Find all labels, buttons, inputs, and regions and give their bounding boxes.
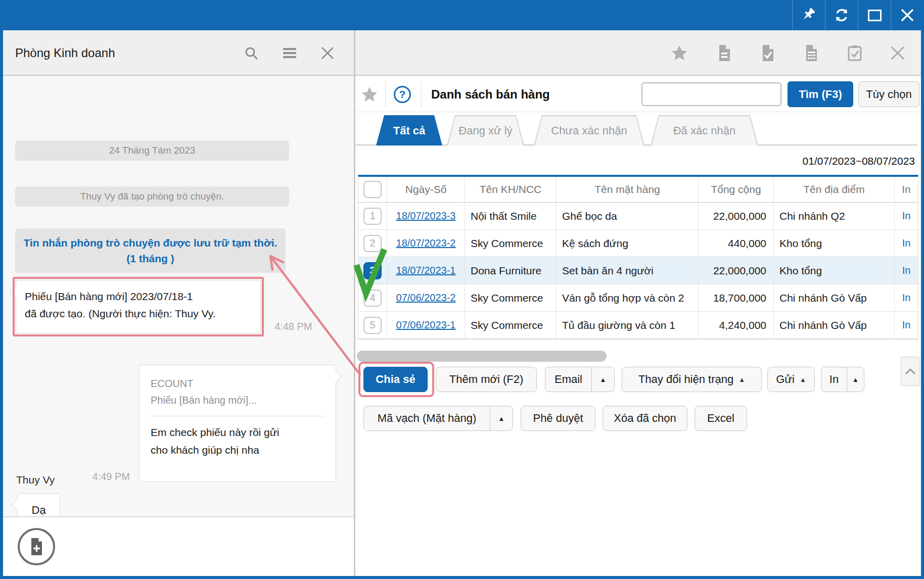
- cell-total: 440,000: [699, 230, 774, 257]
- close-form-icon[interactable]: [889, 44, 907, 62]
- barcode-dropdown-caret[interactable]: ▲: [490, 415, 513, 422]
- bubble-tail: [331, 371, 342, 382]
- chat-room-title: Phòng Kinh doanh: [15, 30, 115, 76]
- app-window: Phòng Kinh doanh 24 Tháng Tám 2023 Thuy …: [0, 0, 924, 579]
- cell-customer: Dona Furniture: [465, 257, 557, 284]
- search-row: ? Danh sách bán hàng Tìm (F3) Tùy chọn: [355, 77, 921, 112]
- select-all-checkbox[interactable]: [363, 181, 382, 198]
- cell-total: 22,000,000: [699, 203, 774, 230]
- send-button[interactable]: Gửi ▲: [767, 367, 815, 392]
- cell-item: Set bàn ăn 4 người: [557, 257, 699, 284]
- col-header-date: Ngày-Số: [387, 177, 465, 203]
- scroll-up-button[interactable]: [901, 357, 920, 386]
- close-window-icon[interactable]: [891, 0, 923, 30]
- approve-button[interactable]: Phê duyệt: [521, 406, 595, 431]
- chat-panel: Phòng Kinh doanh 24 Tháng Tám 2023 Thuy …: [3, 30, 354, 576]
- horizontal-scrollbar-thumb[interactable]: [357, 351, 607, 362]
- cell-item: Tủ đầu giường và còn 1: [557, 312, 699, 339]
- row-checkbox-cell: 1: [358, 203, 387, 230]
- favorite-star-icon[interactable]: [670, 44, 688, 62]
- row-checkbox[interactable]: 5: [363, 317, 382, 334]
- print-link[interactable]: In: [902, 210, 911, 222]
- print-link[interactable]: In: [902, 319, 911, 331]
- chat-search-icon[interactable]: [244, 45, 259, 61]
- voucher-link[interactable]: 18/07/2023-3: [396, 210, 456, 222]
- chat-message-own-reply: ECOUNT Phiếu [Bán hàng mới]... Em check …: [139, 365, 336, 482]
- change-status-button[interactable]: Thay đổi hiện trạng ▲: [622, 367, 762, 392]
- separator: [385, 81, 386, 108]
- clipboard-check-icon[interactable]: [846, 44, 864, 62]
- document-icon[interactable]: [715, 44, 733, 62]
- row-checkbox-selected[interactable]: 3: [363, 262, 382, 279]
- print-button[interactable]: In ▲: [821, 367, 864, 392]
- voucher-link[interactable]: 18/07/2023-2: [396, 237, 456, 249]
- bookmark-star-icon[interactable]: [360, 85, 379, 104]
- document-check-icon[interactable]: [759, 44, 777, 62]
- cell-total: 18,700,000: [699, 284, 774, 312]
- print-link[interactable]: In: [902, 265, 911, 276]
- cell-customer: Sky Commerce: [465, 312, 557, 339]
- separator: [421, 81, 422, 108]
- voucher-link[interactable]: 07/06/2023-2: [396, 292, 456, 304]
- cell-print: In: [895, 257, 918, 284]
- date-range: 01/07/2023~08/07/2023: [709, 155, 915, 170]
- window-border-bottom: [0, 576, 924, 579]
- row-checkbox-cell: 2: [358, 230, 387, 257]
- chat-menu-icon[interactable]: [282, 45, 297, 61]
- refresh-icon[interactable]: [825, 0, 858, 30]
- excel-button[interactable]: Excel: [695, 406, 747, 431]
- row-checkbox-cell: 4: [358, 284, 387, 312]
- cell-customer: Sky Commerce: [465, 230, 557, 257]
- document-report-icon[interactable]: [802, 44, 820, 62]
- attach-file-button[interactable]: [18, 528, 55, 565]
- message2-timestamp: 4:49 PM: [69, 471, 130, 482]
- status-dropdown-caret: ▲: [738, 376, 745, 383]
- tab-confirmed[interactable]: Đã xác nhận: [651, 115, 758, 146]
- print-link[interactable]: In: [902, 237, 911, 249]
- pin-icon[interactable]: [792, 0, 825, 30]
- email-dropdown-caret[interactable]: ▲: [592, 376, 614, 383]
- print-dropdown-caret[interactable]: ▲: [847, 376, 864, 383]
- cell-location: Chi nhánh Q2: [774, 203, 895, 230]
- tab-unconfirmed[interactable]: Chưa xác nhận: [534, 115, 644, 146]
- row-checkbox[interactable]: 1: [363, 208, 382, 225]
- options-button[interactable]: Tùy chọn: [858, 81, 919, 107]
- search-input[interactable]: [641, 82, 781, 106]
- col-header-total: Tổng cộng: [699, 177, 774, 203]
- message2-line1: Em check phiếu này rồi gửi: [151, 423, 325, 441]
- maximize-icon[interactable]: [858, 0, 891, 30]
- row-checkbox[interactable]: 4: [363, 289, 382, 307]
- reply-quote-text: Phiếu [Bán hàng mới]...: [151, 392, 325, 409]
- voucher-link[interactable]: 07/06/2023-1: [396, 319, 456, 331]
- tab-all[interactable]: Tất cả: [376, 115, 442, 146]
- window-border-right: [921, 30, 924, 579]
- window-titlebar: [0, 0, 924, 30]
- close-icon-glyph: [900, 8, 915, 23]
- cell-item: Ván gỗ tổng hợp và còn 2: [557, 284, 699, 312]
- tab-processing[interactable]: Đang xử lý: [447, 115, 524, 146]
- delete-selected-button[interactable]: Xóa đã chọn: [603, 406, 687, 431]
- pin-icon-glyph: [800, 7, 817, 24]
- sales-list-panel: ? Danh sách bán hàng Tìm (F3) Tùy chọn T…: [355, 30, 921, 576]
- sales-table: Ngày-Số Tên KH/NCC Tên mặt hàng Tổng cộn…: [358, 175, 918, 340]
- email-button[interactable]: Email ▲: [545, 367, 615, 392]
- print-link[interactable]: In: [902, 292, 911, 304]
- voucher-link[interactable]: 18/07/2023-1: [396, 265, 456, 276]
- col-header-item: Tên mặt hàng: [557, 177, 699, 203]
- chat-header: Phòng Kinh doanh: [3, 30, 354, 76]
- cell-customer: Nội thất Smile: [465, 203, 557, 230]
- cell-print: In: [895, 203, 918, 230]
- cell-location: Chi nhánh Gò Vấp: [774, 284, 895, 312]
- chat-close-icon[interactable]: [320, 45, 335, 61]
- help-icon[interactable]: ?: [394, 86, 411, 103]
- cell-print: In: [895, 284, 918, 312]
- find-button[interactable]: Tìm (F3): [788, 81, 853, 107]
- col-header-print: In: [895, 177, 918, 203]
- add-new-button[interactable]: Thêm mới (F2): [436, 367, 537, 392]
- cell-date: 18/07/2023-2: [387, 230, 465, 257]
- barcode-button[interactable]: Mã vạch (Mặt hàng) ▲: [363, 406, 513, 431]
- cell-total: 4,240,000: [699, 312, 774, 339]
- reply-quote-title: ECOUNT: [151, 375, 325, 392]
- row-checkbox[interactable]: 2: [363, 235, 382, 252]
- main-toolbar: [355, 30, 921, 76]
